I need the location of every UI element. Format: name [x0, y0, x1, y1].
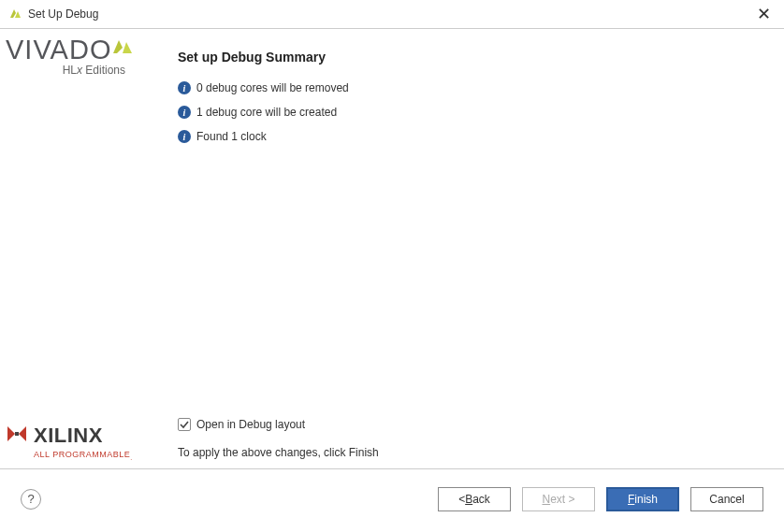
finish-button[interactable]: Finish [606, 487, 679, 511]
svg-rect-0 [15, 432, 19, 436]
info-item: i 1 debug core will be created [178, 106, 756, 119]
button-bar: < Back Next > Finish Cancel [438, 487, 763, 511]
info-list: i 0 debug cores will be removed i 1 debu… [178, 81, 756, 143]
main: VIVADO HLx Editions [0, 29, 784, 468]
help-button[interactable]: ? [21, 489, 41, 510]
titlebar-left: Set Up Debug [7, 7, 98, 22]
info-item: i 0 debug cores will be removed [178, 81, 756, 94]
back-button[interactable]: < Back [438, 487, 511, 511]
info-item: i Found 1 clock [178, 130, 756, 143]
open-debug-layout-label: Open in Debug layout [196, 418, 305, 431]
cancel-button[interactable]: Cancel [690, 487, 763, 511]
info-text: 0 debug cores will be removed [196, 81, 349, 94]
next-button: Next > [522, 487, 595, 511]
sidebar: VIVADO HLx Editions [0, 29, 150, 468]
window-title: Set Up Debug [28, 7, 98, 21]
info-text: 1 debug core will be created [196, 106, 337, 119]
vivado-logo: VIVADO HLx Editions [2, 35, 150, 77]
hlx-editions: HLx Editions [6, 64, 146, 77]
open-debug-layout-checkbox[interactable] [178, 418, 191, 431]
open-debug-layout-checkbox-row: Open in Debug layout [178, 418, 756, 431]
info-icon: i [178, 81, 191, 94]
app-icon [7, 7, 22, 22]
xilinx-mark-icon [6, 423, 28, 448]
content: Set up Debug Summary i 0 debug cores wil… [150, 29, 784, 468]
footer: ? < Back Next > Finish Cancel [0, 468, 784, 528]
titlebar: Set Up Debug ✕ [0, 0, 784, 28]
xilinx-tagline: ALL PROGRAMMABLE. [34, 450, 146, 461]
info-text: Found 1 clock [196, 130, 267, 143]
page-title: Set up Debug Summary [178, 50, 756, 65]
close-icon[interactable]: ✕ [753, 4, 775, 24]
xilinx-wordmark: XILINX [34, 424, 103, 448]
info-icon: i [178, 106, 191, 119]
vivado-wordmark: VIVADO [6, 35, 111, 65]
apply-instruction: To apply the above changes, click Finish [178, 446, 756, 459]
vivado-leaf-icon [109, 35, 134, 62]
info-icon: i [178, 130, 191, 143]
xilinx-logo: XILINX ALL PROGRAMMABLE. [2, 423, 150, 463]
